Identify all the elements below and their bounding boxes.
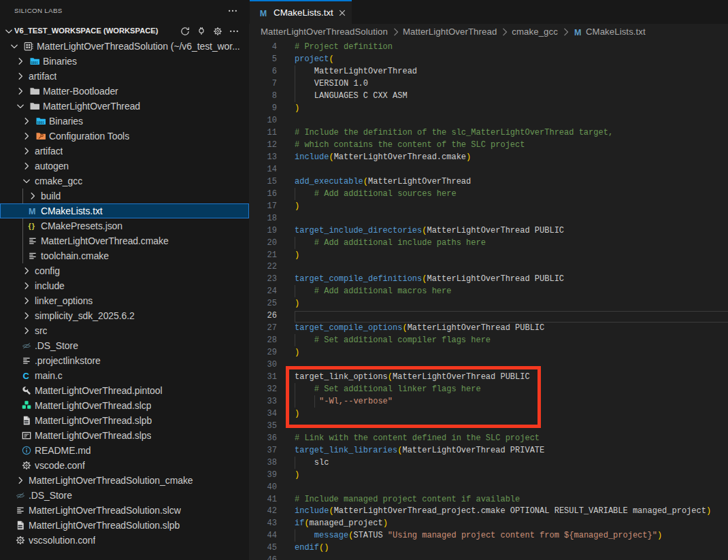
svg-text:1001: 1001	[31, 61, 38, 65]
svg-text:{}: {}	[29, 222, 35, 230]
svg-text:C: C	[22, 371, 29, 381]
svg-text:M: M	[574, 28, 582, 37]
svg-text:M: M	[29, 207, 35, 216]
svg-text:M: M	[260, 8, 267, 18]
svg-text:1001: 1001	[37, 121, 44, 125]
